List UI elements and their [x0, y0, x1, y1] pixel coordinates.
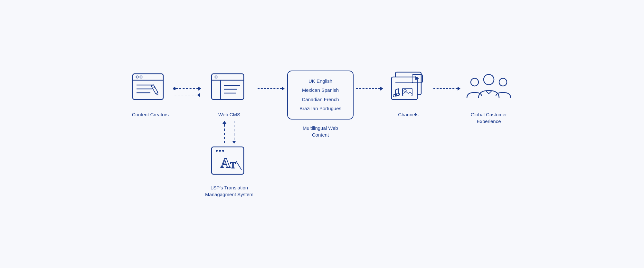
- svg-point-39: [499, 78, 507, 86]
- dash-line-5: [433, 88, 458, 89]
- lang-1: UK English: [308, 78, 332, 85]
- svg-point-19: [219, 150, 221, 152]
- channels-label: Channels: [398, 111, 418, 118]
- dash-vert-up: [224, 124, 225, 144]
- web-cms-node: Web CMS: [208, 71, 250, 118]
- svg-rect-0: [133, 74, 163, 100]
- vert-arrow-down: [232, 121, 236, 144]
- arrow-right-4: [433, 87, 460, 91]
- svg-point-37: [484, 74, 494, 85]
- svg-text:T: T: [230, 160, 236, 170]
- global-customer-label: Global Customer Experience: [463, 111, 515, 125]
- global-customer-node: Global Customer Experience: [463, 71, 515, 125]
- content-creators-label: Content Creators: [132, 111, 169, 118]
- content-creators-icon: [129, 71, 171, 106]
- svg-line-40: [486, 91, 489, 94]
- lsp-label: LSP's Translation Managagment System: [204, 184, 255, 198]
- svg-point-18: [216, 150, 218, 152]
- svg-point-2: [136, 76, 138, 78]
- dash-line-2: [175, 95, 197, 95]
- vertical-arrows: [223, 118, 236, 144]
- dash-vert-down: [234, 121, 235, 140]
- multilingual-label: Multilingual Web Content: [295, 125, 346, 138]
- arrowhead-3: [380, 87, 383, 91]
- arrowhead-4: [458, 87, 460, 91]
- svg-point-16: [215, 76, 217, 78]
- svg-point-20: [222, 150, 224, 152]
- arrow-cms-to-multilingual: [255, 71, 287, 91]
- svg-text:A: A: [221, 156, 231, 170]
- arrowhead: [198, 87, 201, 91]
- arrow-right-3: [356, 87, 383, 91]
- arrow-multilingual-to-channels: [354, 71, 386, 91]
- cms-column: Web CMS: [204, 71, 255, 198]
- arrow-right-2: [258, 87, 285, 91]
- svg-line-9: [153, 87, 155, 88]
- diagram: Content Creators: [0, 51, 644, 217]
- channels-node: Channels: [386, 71, 431, 118]
- arrow-dot: [173, 87, 176, 90]
- arrow-left-1: [175, 93, 200, 97]
- content-creators-node: Content Creators: [129, 71, 171, 118]
- multilingual-node: UK English Mexican Spanish Canadian Fren…: [287, 71, 354, 138]
- svg-rect-10: [212, 74, 244, 100]
- arrow-creators-to-cms: [171, 71, 204, 97]
- arrowhead-left: [197, 93, 200, 97]
- dash-line: [176, 88, 198, 89]
- dash-line-3: [258, 88, 282, 89]
- lang-3: Canadian French: [302, 96, 339, 103]
- arrowhead-2: [282, 87, 285, 91]
- channels-icon: [386, 71, 431, 106]
- web-cms-label: Web CMS: [218, 111, 240, 118]
- svg-point-3: [140, 76, 142, 78]
- global-customer-icon: [463, 71, 515, 106]
- arrow-right-1: [173, 87, 201, 91]
- vert-arrow-up: [223, 121, 226, 144]
- lsp-icon: A T: [208, 144, 250, 179]
- arrow-channels-to-global: [431, 71, 463, 91]
- dash-line-4: [356, 88, 380, 89]
- lang-4: Brazilian Portugues: [299, 105, 341, 112]
- lsp-node: A T LSP's Translation Managagment System: [204, 144, 255, 198]
- svg-rect-7: [151, 84, 158, 93]
- svg-line-23: [236, 161, 242, 170]
- lang-2: Mexican Spanish: [302, 87, 339, 94]
- svg-line-41: [489, 91, 492, 94]
- web-cms-icon: [208, 71, 250, 106]
- svg-point-38: [471, 78, 478, 86]
- svg-marker-8: [156, 92, 159, 95]
- arrowhead-up: [223, 121, 226, 124]
- multilingual-box: UK English Mexican Spanish Canadian Fren…: [287, 71, 354, 120]
